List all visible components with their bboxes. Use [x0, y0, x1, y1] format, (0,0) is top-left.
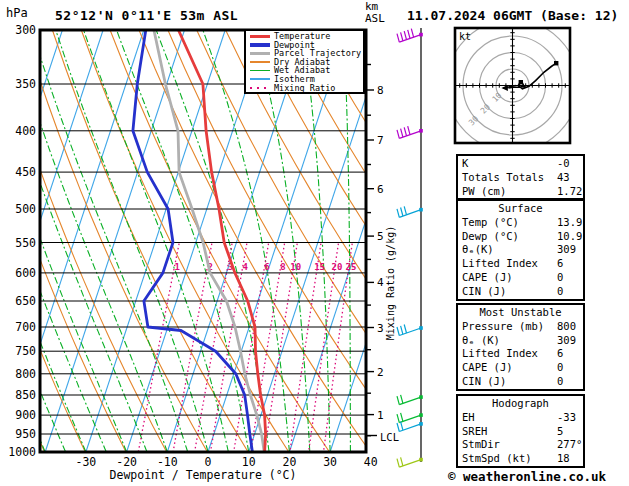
row-value: -0 [557, 157, 570, 171]
chart-legend: TemperatureDewpointParcel TrajectoryDry … [244, 29, 365, 94]
row-label: Lifted Index [462, 257, 538, 269]
sounding-page: hPa 52°12'N 0°11'E 53m ASL 11.07.2024 06… [0, 0, 629, 486]
indices-table: K-0Totals Totals43PW (cm)1.72 [456, 154, 585, 200]
legend-item: Mixing Ratio [248, 84, 363, 93]
legend-swatch-dotted [250, 84, 270, 92]
table-row: CAPE (J)0 [458, 361, 583, 375]
row-label: EH [462, 411, 475, 423]
table-header: Surface [458, 202, 583, 216]
mixing-ratio-line [290, 244, 321, 452]
table-row: θₑ(K)309 [458, 243, 583, 257]
altitude-tick-label: 8 [377, 84, 384, 97]
row-label: CIN (J) [462, 285, 506, 297]
altitude-tick-label: 3 [377, 322, 384, 335]
legend-swatch-thick [250, 41, 270, 49]
wind-barb [397, 126, 423, 138]
table-row: StmSpd (kt)18 [458, 452, 583, 466]
row-label: PW (cm) [462, 185, 506, 197]
mixing-ratio-value-label: 20 [332, 262, 343, 272]
temperature-tick-label: -30 [76, 455, 97, 469]
pressure-tick-label: 450 [15, 165, 36, 179]
mixing-ratio-value-label: 4 [243, 262, 249, 272]
hodograph-unit-label: kt [459, 31, 471, 42]
legend-swatch-thick [250, 32, 270, 40]
temperature-tick-label: 20 [282, 455, 296, 469]
row-value: 18 [557, 452, 570, 466]
row-value: 0 [557, 271, 563, 285]
row-label: Dewp (°C) [462, 230, 519, 242]
pressure-tick-label: 950 [15, 427, 36, 441]
surface-table: SurfaceTemp (°C)13.9Dewp (°C)10.9θₑ(K)30… [456, 199, 585, 301]
altitude-tick-label: 5 [377, 230, 384, 243]
mixing-ratio-value-label: 6 [264, 262, 269, 272]
row-label: Temp (°C) [462, 216, 519, 228]
altitude-tick-label: 6 [377, 183, 384, 196]
table-row: StmDir277° [458, 438, 583, 452]
profile-dewpoint [133, 30, 253, 452]
legend-swatch-thin [250, 75, 270, 83]
wind-barb [397, 395, 423, 405]
legend-label: Mixing Ratio [274, 84, 335, 93]
pressure-tick-label: 900 [15, 408, 36, 422]
table-row: Lifted Index6 [458, 257, 583, 271]
row-label: CAPE (J) [462, 361, 513, 373]
row-value: 13.9 [557, 216, 582, 230]
hodograph-table: HodographEH-33SREH5StmDir277°StmSpd (kt)… [456, 394, 585, 468]
row-value: 309 [557, 243, 576, 257]
pressure-tick-label: 300 [15, 23, 36, 37]
table-row: PW (cm)1.72 [458, 185, 583, 199]
altitude-tick-label: 7 [377, 134, 384, 147]
pressure-tick-label: 850 [15, 388, 36, 402]
row-value: 0 [557, 361, 563, 375]
temperature-tick-label: -20 [116, 455, 137, 469]
altitude-tick-label: 1 [377, 409, 384, 422]
table-row: EH-33 [458, 411, 583, 425]
lcl-marker-label: LCL [380, 431, 399, 443]
table-row: Pressure (mb)800 [458, 320, 583, 334]
row-label: SREH [462, 425, 487, 437]
altitude-tick-label: 2 [377, 366, 384, 379]
pressure-tick-label: 650 [15, 294, 36, 308]
mixing-ratio-line [211, 244, 247, 452]
table-row: θₑ (K)309 [458, 334, 583, 348]
temperature-tick-label: 30 [323, 455, 337, 469]
temperature-tick-label: 40 [364, 455, 378, 469]
row-label: θₑ (K) [462, 334, 500, 346]
hodograph-level-marker [554, 61, 558, 65]
table-header: Most Unstable [458, 306, 583, 320]
row-label: Lifted Index [462, 347, 538, 359]
wind-barb [397, 413, 423, 423]
pressure-tick-label: 500 [15, 202, 36, 216]
row-label: StmDir [462, 438, 500, 450]
mixing-ratio-line [173, 244, 212, 452]
row-value: -33 [557, 411, 576, 425]
row-value: 0 [557, 285, 563, 299]
temperature-tick-label: 10 [242, 455, 256, 469]
row-label: Pressure (mb) [462, 320, 544, 332]
legend-swatch-thin [250, 58, 270, 66]
row-label: K [462, 157, 468, 169]
row-value: 0 [557, 375, 563, 389]
mixing-ratio-axis-label: Mixing Ratio (g/kg) [385, 226, 396, 340]
table-row: Lifted Index6 [458, 347, 583, 361]
row-label: CAPE (J) [462, 271, 513, 283]
pressure-tick-label: 1000 [8, 445, 36, 459]
table-row: CIN (J)0 [458, 375, 583, 389]
row-value: 309 [557, 334, 576, 348]
wind-barb [397, 29, 423, 43]
temperature-tick-label: 0 [205, 455, 212, 469]
pressure-tick-label: 350 [15, 77, 36, 91]
mixing-ratio-value-label: 25 [345, 262, 356, 272]
table-row: Totals Totals43 [458, 171, 583, 185]
altitude-tick-label: 4 [377, 276, 384, 289]
table-row: CAPE (J)0 [458, 271, 583, 285]
mixing-ratio-value-label: 8 [280, 262, 285, 272]
copyright-label: © weatheronline.co.uk [448, 469, 606, 484]
pressure-tick-label: 800 [15, 367, 36, 381]
pressure-tick-label: 600 [15, 266, 36, 280]
pressure-tick-label: 550 [15, 236, 36, 250]
table-row: K-0 [458, 157, 583, 171]
mixing-ratio-value-label: 15 [314, 262, 325, 272]
table-row: SREH5 [458, 425, 583, 439]
dry-adiabat-line [0, 30, 85, 452]
